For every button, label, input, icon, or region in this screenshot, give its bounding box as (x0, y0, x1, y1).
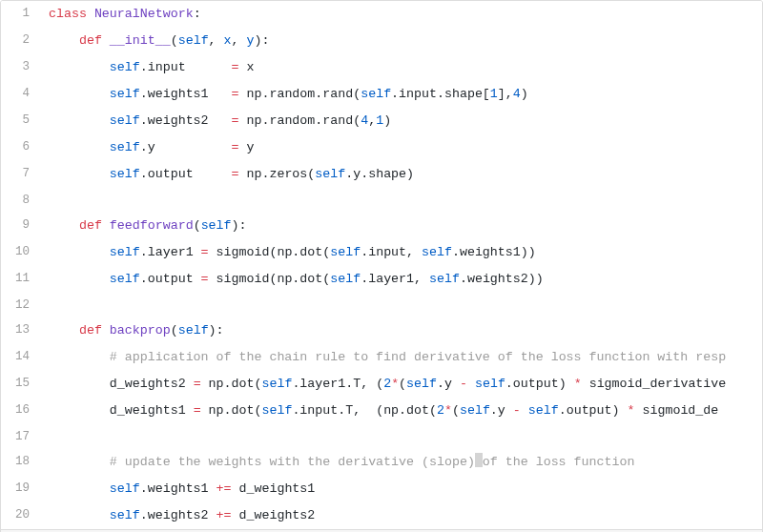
line-content[interactable]: # update the weights with the derivative… (39, 449, 762, 476)
line-content[interactable]: self.weights1 += d_weights1 (39, 476, 762, 502)
code-token: self (110, 87, 140, 101)
line-content[interactable]: d_weights1 = np.dot(self.input.T, (np.do… (39, 398, 762, 424)
code-line: 9 def feedforward(self): (1, 213, 762, 239)
code-token: , (368, 113, 376, 128)
code-token: backprop (110, 323, 171, 338)
code-token: .weights2 (140, 508, 217, 522)
line-content[interactable]: def backprop(self): (39, 317, 762, 344)
code-token: .output) (505, 377, 574, 391)
code-token: def (79, 33, 102, 48)
code-token: ): (255, 33, 270, 48)
line-content[interactable]: self.weights2 = np.random.rand(4,1) (39, 108, 762, 134)
code-token (87, 7, 94, 21)
code-token: feedforward (110, 218, 194, 233)
code-line: 11 self.output = sigmoid(np.dot(self.lay… (1, 266, 762, 293)
line-content[interactable]: self.input = x (39, 54, 762, 81)
code-token: += (217, 508, 232, 522)
line-content[interactable]: self.output = sigmoid(np.dot(self.layer1… (39, 266, 762, 293)
code-token: def (79, 323, 102, 338)
code-token: .y.shape) (345, 167, 414, 181)
line-number: 11 (1, 266, 39, 293)
code-line: 10 self.layer1 = sigmoid(np.dot(self.inp… (1, 239, 762, 266)
line-number: 6 (1, 134, 39, 161)
code-line: 1class NeuralNetwork: (1, 1, 762, 28)
code-token: self (178, 33, 209, 48)
code-token: y (247, 33, 255, 48)
line-content[interactable] (39, 188, 762, 213)
code-token: .weights1)) (452, 245, 536, 259)
code-area: 1class NeuralNetwork:2 def __init__(self… (1, 1, 762, 529)
gist-embed: 1class NeuralNetwork:2 def __init__(self… (0, 0, 763, 532)
code-token: d_weights1 (110, 403, 194, 418)
code-token: d_weights2 (110, 377, 194, 391)
code-token: # update the weights with the derivative… (110, 455, 475, 469)
code-token: .input, (361, 245, 422, 259)
code-token: self (110, 60, 140, 74)
line-content[interactable]: self.y = y (39, 134, 762, 161)
line-number: 2 (1, 28, 39, 54)
code-token: ): (232, 218, 247, 233)
code-token: np.zeros( (239, 167, 316, 181)
code-token: = (232, 113, 239, 128)
line-content[interactable]: class NeuralNetwork: (39, 1, 762, 28)
code-token: ): (209, 323, 224, 338)
code-token: = (201, 272, 209, 286)
code-token (102, 323, 110, 338)
code-token: 1 (376, 113, 383, 128)
code-token: ( (171, 323, 178, 338)
code-token: .output (140, 167, 232, 181)
code-token: = (232, 87, 239, 101)
line-content[interactable]: def __init__(self, x, y): (39, 28, 762, 54)
code-token: self (475, 377, 505, 391)
code-line: 8 (1, 188, 762, 213)
line-number: 9 (1, 213, 39, 239)
line-number: 15 (1, 371, 39, 398)
code-token: , (209, 33, 224, 48)
code-line: 6 self.y = y (1, 134, 762, 161)
line-content[interactable]: def feedforward(self): (39, 213, 762, 239)
code-token: .weights1 (140, 87, 232, 101)
line-content[interactable] (39, 424, 762, 449)
code-token: x (239, 60, 255, 74)
line-content[interactable]: self.weights2 += d_weights2 (39, 502, 762, 529)
code-token: = (232, 140, 239, 154)
code-line: 13 def backprop(self): (1, 317, 762, 344)
code-token: sigmoid(np.dot( (209, 245, 331, 259)
code-token: self (110, 245, 140, 259)
code-token: * (628, 403, 635, 418)
code-token: self (110, 113, 140, 128)
line-content[interactable] (39, 293, 762, 317)
line-content[interactable]: self.weights1 = np.random.rand(self.inpu… (39, 81, 762, 108)
code-token: self (429, 272, 460, 286)
code-token: self (110, 167, 140, 181)
code-token: self (422, 245, 452, 259)
line-number: 4 (1, 81, 39, 108)
code-token: .weights2)) (460, 272, 544, 286)
code-token: sigmoid_derivative (582, 377, 727, 391)
code-line: 14 # application of the chain rule to fi… (1, 344, 762, 371)
line-content[interactable]: self.output = np.zeros(self.y.shape) (39, 161, 762, 188)
code-token: .y (437, 377, 460, 391)
line-number: 12 (1, 293, 39, 317)
line-number: 1 (1, 1, 39, 28)
code-token: x (224, 33, 232, 48)
code-table: 1class NeuralNetwork:2 def __init__(self… (1, 1, 762, 529)
line-content[interactable]: # application of the chain rule to find … (39, 344, 762, 371)
code-token: ( (171, 33, 178, 48)
code-token: * (391, 377, 399, 391)
code-token: self (110, 508, 140, 522)
code-token: = (194, 377, 201, 391)
line-content[interactable]: d_weights2 = np.dot(self.layer1.T, (2*(s… (39, 371, 762, 398)
line-content[interactable]: self.layer1 = sigmoid(np.dot(self.input,… (39, 239, 762, 266)
code-line: 3 self.input = x (1, 54, 762, 81)
line-number: 10 (1, 239, 39, 266)
line-number: 20 (1, 502, 39, 529)
line-number: 18 (1, 449, 39, 476)
line-number: 14 (1, 344, 39, 371)
code-token: self (110, 481, 140, 496)
code-line: 20 self.weights2 += d_weights2 (1, 502, 762, 529)
line-number: 19 (1, 476, 39, 502)
code-line: 16 d_weights1 = np.dot(self.input.T, (np… (1, 398, 762, 424)
line-number: 5 (1, 108, 39, 134)
code-token: .input.T, (np.dot( (292, 403, 437, 418)
